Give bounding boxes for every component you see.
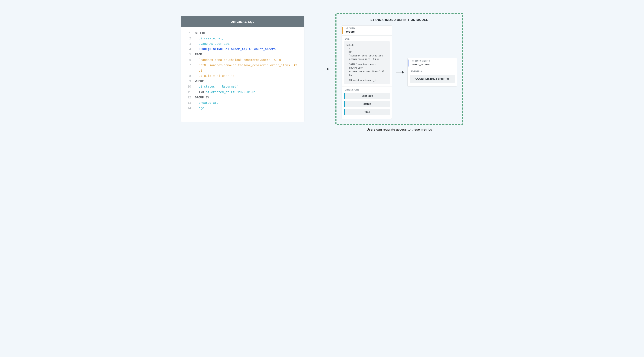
line-number: 14 [185,106,191,111]
data-entity-card: DATA ENTITY count_orders FORMULA COUNT(D… [408,58,457,86]
line-number: 2 [185,36,191,41]
standardized-model-container: STANDARDIZED DEFINITION MODEL VIEW order… [336,13,463,125]
code-line: 6`sandbox-demo-db.thelook_ecommerce.user… [185,58,300,63]
code-token: oi.created_at >= '2022-01-01' [206,90,258,94]
code-line-content: age [195,106,204,111]
code-line: 8ON u.id = oi.user_id [185,74,300,79]
layers-icon [346,27,348,30]
code-line: 2oi.created_at, [185,36,300,41]
line-number: 7 [185,63,191,74]
svg-marker-3 [402,71,404,74]
code-line: 14age [185,106,300,111]
line-number: 11 [185,90,191,95]
entity-name: count_orders [412,62,454,66]
code-token: age [199,106,204,110]
code-token: WHERE [195,80,204,83]
code-line: 12GROUP BY [185,95,300,100]
view-name: orders [346,30,389,33]
sql-line: SELECT [346,44,387,47]
code-line-content: COUNT(DISTINCT oi.order_id) AS count_ord… [195,47,276,52]
sql-line: ecommerce.users` AS u [346,58,387,61]
line-number: 9 [185,79,191,84]
sql-line: JOIN `sandbox-demo-db.thelook_ [346,63,387,70]
view-label: VIEW [350,27,356,30]
code-line: 7JOIN `sandbox-demo-db.thelook_ecommerce… [185,63,300,74]
code-token: JOIN `sandbox-demo-db.thelook_ecommerce.… [199,64,297,72]
code-line-content: u.age AS user_age, [195,41,231,47]
cube-icon [412,60,414,62]
sql-code-block: 1SELECT2oi.created_at,3u.age AS user_age… [181,27,304,122]
code-line-content: AND oi.created_at >= '2022-01-01' [195,90,258,95]
dimension-chip: status [344,101,390,107]
code-line: 1SELECT [185,31,300,36]
sql-line: ecommerce.order_items` AS oi [346,70,387,77]
code-line-content: ON u.id = oi.user_id [195,74,234,79]
svg-marker-1 [327,68,329,70]
code-line-content: FROM [195,52,202,57]
line-number: 10 [185,84,191,90]
view-accent-bar [342,27,343,34]
code-line-content: SELECT [195,31,206,36]
code-token: SELECT [195,32,206,35]
code-line-content: oi.status = 'Returned' [195,84,238,90]
sql-line: FROM [346,50,387,54]
line-number: 6 [185,58,191,63]
code-token: ON u.id = oi.user_id [199,74,234,78]
code-token: oi.status = 'Returned' [199,85,238,88]
code-line-content: `sandbox-demo-db.thelook_ecommerce.users… [195,58,281,63]
dimension-chip: time [344,109,390,115]
model-caption: Users can regulate access to these metri… [336,128,462,131]
code-line: 9WHERE [185,79,300,84]
arrow-icon [396,70,404,74]
entity-label: DATA ENTITY [415,60,430,62]
arrow-icon [311,67,329,71]
code-line: 11AND oi.created_at >= '2022-01-01' [185,90,300,95]
formula-value: COUNT(DISTINCT order_id) [410,75,455,83]
diagram-canvas: ORIGINAL SQL 1SELECT2oi.created_at,3u.ag… [181,13,463,125]
line-number: 8 [185,74,191,79]
line-number: 13 [185,100,191,106]
code-line-content: oi.created_at, [195,36,224,41]
line-number: 12 [185,95,191,100]
code-line: 5FROM [185,52,300,57]
code-token: `sandbox-demo-db.thelook_ecommerce.users… [199,58,281,62]
formula-label: FORMULA [408,68,457,74]
original-sql-title: ORIGINAL SQL [181,16,304,27]
sql-line: ON u.id = oi.user_id [346,78,387,82]
view-card: VIEW orders SQL SELECT * FROM `sandbox-d… [342,25,392,119]
dimensions-list: user_agestatustime [342,92,392,116]
code-line: 10oi.status = 'Returned' [185,84,300,90]
entity-label-row: DATA ENTITY [412,60,454,62]
sql-line: `sandbox-demo-db.thelook_ [346,54,387,58]
code-token: FROM [195,53,202,56]
code-line-content: JOIN `sandbox-demo-db.thelook_ecommerce.… [195,63,300,74]
model-title: STANDARDIZED DEFINITION MODEL [342,18,457,22]
original-sql-panel: ORIGINAL SQL 1SELECT2oi.created_at,3u.ag… [181,16,304,122]
code-token: created_at, [199,101,218,104]
code-line-content: created_at, [195,100,218,106]
code-line: 3u.age AS user_age, [185,41,300,47]
code-token: GROUP BY [195,96,209,99]
line-number: 1 [185,31,191,36]
view-label-row: VIEW [346,27,389,30]
code-line-content: GROUP BY [195,95,209,100]
sql-line: * [346,47,387,51]
dimensions-label: DIMENSIONS [342,86,392,92]
code-token: u.age AS user_age, [199,42,231,46]
dimension-chip: user_age [344,93,390,99]
line-number: 5 [185,52,191,57]
code-line: 4COUNT(DISTINCT oi.order_id) AS count_or… [185,47,300,52]
code-token: AND [199,90,206,94]
entity-accent-bar [408,60,408,67]
code-token: COUNT(DISTINCT oi.order_id) AS count_ord… [199,48,276,51]
view-sql-label: SQL [342,36,392,41]
model-body: VIEW orders SQL SELECT * FROM `sandbox-d… [342,25,457,119]
code-line-content: WHERE [195,79,204,84]
view-sql-block: SELECT * FROM `sandbox-demo-db.thelook_ … [344,41,390,84]
line-number: 4 [185,47,191,52]
code-token: oi.created_at, [199,37,224,40]
line-number: 3 [185,41,191,47]
code-line: 13created_at, [185,100,300,106]
